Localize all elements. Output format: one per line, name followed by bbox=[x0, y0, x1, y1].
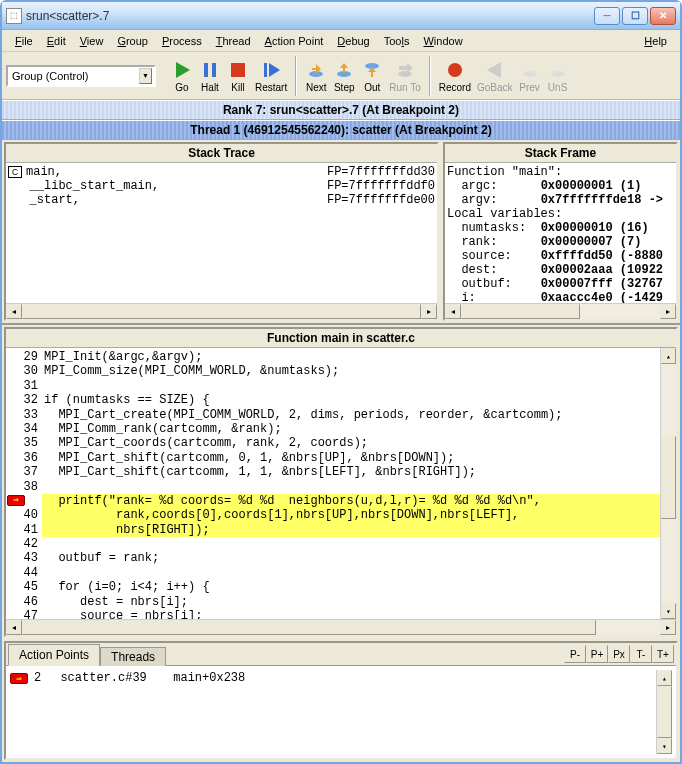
group-combo-input[interactable] bbox=[10, 69, 139, 83]
t-plus-button[interactable]: T+ bbox=[652, 645, 674, 663]
gutter-line[interactable]: 40 bbox=[8, 508, 38, 522]
go-button[interactable]: Go bbox=[168, 59, 196, 93]
gutter-line[interactable]: 38 bbox=[8, 480, 38, 494]
scroll-up-icon[interactable]: ▴ bbox=[661, 348, 676, 364]
menu-edit[interactable]: Edit bbox=[40, 33, 73, 49]
gutter-line[interactable]: 35 bbox=[8, 436, 38, 450]
code-line[interactable]: dest = nbrs[i]; bbox=[42, 595, 660, 609]
stack-trace-row[interactable]: _start,FP=7fffffffde00 bbox=[8, 193, 435, 207]
prev-button[interactable]: Prev bbox=[516, 59, 544, 93]
menu-debug[interactable]: Debug bbox=[330, 33, 376, 49]
gutter-line[interactable]: 36 bbox=[8, 451, 38, 465]
unstep-button[interactable]: UnS bbox=[544, 59, 572, 93]
halt-button[interactable]: Halt bbox=[196, 59, 224, 93]
gutter-line[interactable]: 33 bbox=[8, 408, 38, 422]
menu-help[interactable]: Help bbox=[637, 33, 674, 49]
code-line[interactable]: rank,coords[0],coords[1],nbrs[UP],nbrs[D… bbox=[42, 508, 660, 522]
stack-frame-row[interactable]: i: 0xaaccc4e0 (-1429 bbox=[447, 291, 674, 303]
group-combo[interactable]: ▼ bbox=[6, 65, 156, 87]
gutter-line[interactable]: 37 bbox=[8, 465, 38, 479]
close-button[interactable]: ✕ bbox=[650, 7, 676, 25]
code-line[interactable]: MPI_Init(&argc,&argv); bbox=[42, 350, 660, 364]
stack-trace-row[interactable]: __libc_start_main,FP=7fffffffddf0 bbox=[8, 179, 435, 193]
code-line[interactable]: MPI_Cart_shift(cartcomm, 0, 1, &nbrs[UP]… bbox=[42, 451, 660, 465]
code-line[interactable]: outbuf = rank; bbox=[42, 551, 660, 565]
stack-frame-row[interactable]: Function "main": bbox=[447, 165, 674, 179]
stack-frame-row[interactable]: argc: 0x00000001 (1) bbox=[447, 179, 674, 193]
scroll-left-icon[interactable]: ◂ bbox=[6, 620, 22, 635]
gutter-line[interactable]: 31 bbox=[8, 379, 38, 393]
menu-process[interactable]: Process bbox=[155, 33, 209, 49]
p-plus-button[interactable]: P+ bbox=[586, 645, 608, 663]
scroll-right-icon[interactable]: ▸ bbox=[421, 304, 437, 319]
code-line[interactable] bbox=[42, 379, 660, 393]
code-line[interactable]: for (i=0; i<4; i++) { bbox=[42, 580, 660, 594]
combo-dropdown-icon[interactable]: ▼ bbox=[139, 68, 152, 84]
goback-button[interactable]: GoBack bbox=[474, 59, 516, 93]
px-button[interactable]: Px bbox=[608, 645, 630, 663]
stack-frame-row[interactable]: source: 0xffffdd50 (-8880 bbox=[447, 249, 674, 263]
stack-frame-row[interactable]: Local variables: bbox=[447, 207, 674, 221]
gutter-line[interactable]: ⇒ bbox=[8, 494, 38, 508]
source-code[interactable]: MPI_Init(&argc,&argv);MPI_Comm_size(MPI_… bbox=[42, 348, 660, 619]
menu-tools[interactable]: Tools bbox=[377, 33, 417, 49]
code-line[interactable] bbox=[42, 480, 660, 494]
scroll-left-icon[interactable]: ◂ bbox=[445, 304, 461, 319]
maximize-button[interactable]: ☐ bbox=[622, 7, 648, 25]
stack-frame-row[interactable]: argv: 0x7fffffffde18 -> bbox=[447, 193, 674, 207]
gutter-line[interactable]: 41 bbox=[8, 523, 38, 537]
gutter-line[interactable]: 43 bbox=[8, 551, 38, 565]
code-line[interactable]: if (numtasks == SIZE) { bbox=[42, 393, 660, 407]
action-point-row[interactable]: ⇒ 2 scatter.c#39 main+0x238 bbox=[10, 670, 656, 686]
tab-threads[interactable]: Threads bbox=[100, 647, 166, 666]
tab-action-points[interactable]: Action Points bbox=[8, 644, 100, 666]
gutter-line[interactable]: 29 bbox=[8, 350, 38, 364]
code-line[interactable]: MPI_Cart_create(MPI_COMM_WORLD, 2, dims,… bbox=[42, 408, 660, 422]
stack-frame-hscroll[interactable]: ◂ ▸ bbox=[445, 303, 676, 319]
ap-vscroll[interactable]: ▴ ▾ bbox=[656, 670, 672, 754]
record-button[interactable]: Record bbox=[436, 59, 474, 93]
scroll-right-icon[interactable]: ▸ bbox=[660, 620, 676, 635]
source-hscroll[interactable]: ◂ ▸ bbox=[6, 619, 676, 635]
line-gutter[interactable]: 29303132333435363738⇒404142434445464748 bbox=[6, 348, 42, 619]
stack-frame-row[interactable]: outbuf: 0x00007fff (32767 bbox=[447, 277, 674, 291]
t-minus-button[interactable]: T- bbox=[630, 645, 652, 663]
gutter-line[interactable]: 44 bbox=[8, 566, 38, 580]
kill-button[interactable]: Kill bbox=[224, 59, 252, 93]
step-button[interactable]: Step bbox=[330, 59, 358, 93]
stack-frame-row[interactable]: rank: 0x00000007 (7) bbox=[447, 235, 674, 249]
menu-file[interactable]: File bbox=[8, 33, 40, 49]
stack-trace-hscroll[interactable]: ◂ ▸ bbox=[6, 303, 437, 319]
out-button[interactable]: Out bbox=[358, 59, 386, 93]
code-line[interactable]: MPI_Comm_rank(cartcomm, &rank); bbox=[42, 422, 660, 436]
menu-thread[interactable]: Thread bbox=[209, 33, 258, 49]
code-line[interactable] bbox=[42, 537, 660, 551]
code-line[interactable]: nbrs[RIGHT]); bbox=[42, 523, 660, 537]
gutter-line[interactable]: 45 bbox=[8, 580, 38, 594]
stack-trace-body[interactable]: Cmain,FP=7fffffffdd30 __libc_start_main,… bbox=[6, 163, 437, 303]
runto-button[interactable]: Run To bbox=[386, 59, 424, 93]
code-line[interactable]: source = nbrs[i]; bbox=[42, 609, 660, 619]
scroll-up-icon[interactable]: ▴ bbox=[657, 670, 672, 686]
restart-button[interactable]: Restart bbox=[252, 59, 290, 93]
stack-frame-row[interactable]: numtasks: 0x00000010 (16) bbox=[447, 221, 674, 235]
code-line[interactable]: MPI_Cart_shift(cartcomm, 1, 1, &nbrs[LEF… bbox=[42, 465, 660, 479]
action-points-body[interactable]: ⇒ 2 scatter.c#39 main+0x238 ▴ ▾ bbox=[6, 666, 676, 758]
menu-action-point[interactable]: Action Point bbox=[258, 33, 331, 49]
code-line[interactable]: MPI_Comm_size(MPI_COMM_WORLD, &numtasks)… bbox=[42, 364, 660, 378]
scroll-down-icon[interactable]: ▾ bbox=[661, 603, 676, 619]
code-line[interactable]: printf("rank= %d coords= %d %d neighbors… bbox=[42, 494, 660, 508]
code-line[interactable]: MPI_Cart_coords(cartcomm, rank, 2, coord… bbox=[42, 436, 660, 450]
stack-frame-row[interactable]: dest: 0x00002aaa (10922 bbox=[447, 263, 674, 277]
gutter-line[interactable]: 42 bbox=[8, 537, 38, 551]
scroll-left-icon[interactable]: ◂ bbox=[6, 304, 22, 319]
menu-view[interactable]: View bbox=[73, 33, 111, 49]
gutter-line[interactable]: 34 bbox=[8, 422, 38, 436]
gutter-line[interactable]: 30 bbox=[8, 364, 38, 378]
stack-frame-body[interactable]: Function "main": argc: 0x00000001 (1) ar… bbox=[445, 163, 676, 303]
scroll-down-icon[interactable]: ▾ bbox=[657, 738, 672, 754]
stack-trace-row[interactable]: Cmain,FP=7fffffffdd30 bbox=[8, 165, 435, 179]
minimize-button[interactable]: ─ bbox=[594, 7, 620, 25]
scroll-right-icon[interactable]: ▸ bbox=[660, 304, 676, 319]
gutter-line[interactable]: 32 bbox=[8, 393, 38, 407]
